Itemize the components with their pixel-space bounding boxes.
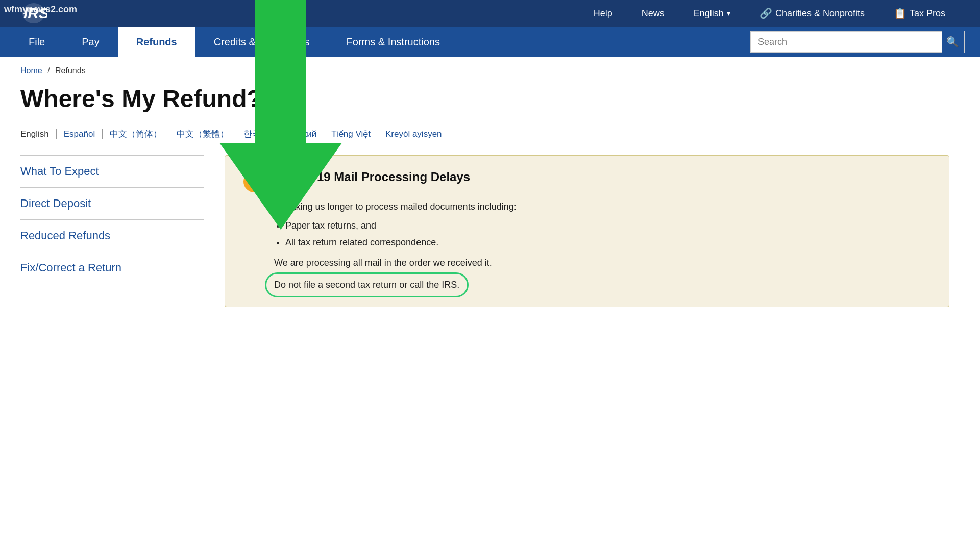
alert-intro: It's taking us longer to process mailed …: [274, 199, 930, 214]
top-nav: Help News English ▾ 🔗 Charities & Nonpro…: [579, 0, 960, 27]
search-icon: 🔍: [946, 36, 959, 48]
main-nav: File Pay Refunds Credits & Deductions Fo…: [0, 27, 980, 57]
sidebar-item-what-to-expect[interactable]: What To Expect: [20, 155, 204, 188]
page-title: Where's My Refund?: [0, 80, 980, 123]
nav-english[interactable]: English ▾: [679, 0, 745, 27]
top-bar: IRS Help News English ▾ 🔗 Charities & No…: [0, 0, 980, 27]
lang-espanol[interactable]: Español: [57, 129, 103, 139]
nav-charities[interactable]: 🔗 Charities & Nonprofits: [745, 0, 879, 27]
sidebar-item-fix-correct[interactable]: Fix/Correct a Return: [20, 252, 204, 284]
charities-icon: 🔗: [760, 0, 772, 27]
search-button[interactable]: 🔍: [942, 31, 964, 53]
nav-refunds[interactable]: Refunds: [118, 27, 195, 57]
breadcrumb-current: Refunds: [55, 66, 86, 75]
breadcrumb-home[interactable]: Home: [20, 66, 42, 75]
alert-title: COVID-19 Mail Processing Delays: [274, 170, 470, 184]
breadcrumb: Home / Refunds: [0, 57, 980, 80]
sidebar: What To Expect Direct Deposit Reduced Re…: [20, 150, 204, 307]
alert-box: ! COVID-19 Mail Processing Delays It's t…: [225, 155, 949, 307]
lang-russian[interactable]: Русский: [277, 129, 324, 139]
lang-creole[interactable]: Kreyòl ayisyen: [378, 129, 449, 139]
alert-bullets: Paper tax returns, and All tax return re…: [274, 218, 930, 250]
nav-tax-pros[interactable]: 📋 Tax Pros: [879, 0, 960, 27]
svg-text:IRS: IRS: [23, 5, 47, 21]
lang-vietnamese[interactable]: Tiếng Việt: [324, 129, 378, 139]
alert-icon: !: [243, 171, 265, 192]
search-input[interactable]: [751, 32, 942, 52]
alert-header: ! COVID-19 Mail Processing Delays: [243, 170, 930, 192]
chevron-down-icon: ▾: [727, 0, 730, 27]
search-box: 🔍: [750, 31, 965, 53]
nav-help[interactable]: Help: [579, 0, 627, 27]
lang-korean[interactable]: 한국어: [236, 128, 277, 140]
language-bar: English Español 中文（简体） 中文（繁體） 한국어 Русски…: [0, 123, 980, 150]
logo-area: IRS: [20, 2, 47, 24]
sidebar-item-reduced-refunds[interactable]: Reduced Refunds: [20, 220, 204, 252]
alert-body: It's taking us longer to process mailed …: [274, 199, 930, 292]
lang-chinese-simplified[interactable]: 中文（简体）: [103, 128, 169, 140]
alert-bullet-2: All tax return related correspondence.: [285, 235, 930, 250]
lang-chinese-traditional[interactable]: 中文（繁體）: [169, 128, 236, 140]
taxpros-icon: 📋: [894, 0, 906, 27]
content-wrapper: What To Expect Direct Deposit Reduced Re…: [0, 150, 980, 307]
main-content: ! COVID-19 Mail Processing Delays It's t…: [225, 150, 960, 307]
nav-pay[interactable]: Pay: [63, 27, 117, 57]
sidebar-item-direct-deposit[interactable]: Direct Deposit: [20, 188, 204, 220]
irs-eagle-icon: IRS: [20, 2, 47, 24]
alert-warning: Do not file a second tax return or call …: [274, 278, 459, 292]
breadcrumb-separator: /: [47, 66, 50, 75]
main-nav-items: File Pay Refunds Credits & Deductions Fo…: [10, 27, 458, 57]
irs-logo[interactable]: IRS: [20, 2, 47, 24]
nav-news[interactable]: News: [627, 0, 679, 27]
nav-file[interactable]: File: [10, 27, 63, 57]
lang-english[interactable]: English: [20, 129, 57, 139]
alert-processing-note: We are processing all mail in the order …: [274, 256, 930, 270]
nav-credits[interactable]: Credits & Deductions: [195, 27, 328, 57]
nav-forms[interactable]: Forms & Instructions: [328, 27, 458, 57]
alert-bullet-1: Paper tax returns, and: [285, 218, 930, 233]
